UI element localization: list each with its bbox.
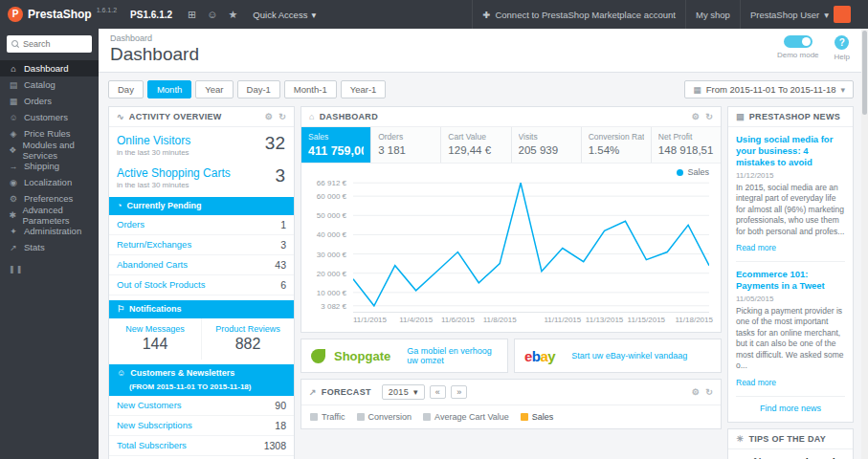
- my-shop-link[interactable]: My shop: [685, 0, 740, 29]
- user-menu[interactable]: PrestaShop User ▾: [740, 0, 860, 29]
- forecast-next-button[interactable]: »: [451, 385, 467, 399]
- customers-notifications-icon[interactable]: ☺: [207, 9, 217, 21]
- read-more-link[interactable]: Read more: [736, 378, 776, 387]
- page-title: Dashboard: [110, 44, 850, 65]
- activity-overview-panel: ∿ ACTIVITY OVERVIEW ⚙ ↻ Online Visitors …: [108, 106, 295, 459]
- refresh-icon[interactable]: ↻: [705, 387, 713, 397]
- sidebar-item-administration[interactable]: ✦ Administration: [0, 223, 99, 239]
- filter-year-1-button[interactable]: Year-1: [341, 80, 387, 98]
- orders-icon: ▦: [9, 97, 18, 106]
- online-visitors-stat[interactable]: Online Visitors 32 in the last 30 minute…: [109, 127, 294, 160]
- new-subscriptions-row[interactable]: New Subscriptions 18: [109, 416, 294, 436]
- messages-notifications-icon[interactable]: ★: [228, 9, 237, 21]
- read-more-link[interactable]: Read more: [736, 243, 776, 252]
- news-article-headline[interactable]: Ecommerce 101: Payments in a Tweet: [736, 269, 845, 292]
- filter-month-1-button[interactable]: Month-1: [284, 80, 337, 98]
- x-axis-tick: 11/6/2015: [441, 316, 475, 324]
- abandoned-carts-row[interactable]: Abandoned Carts 43: [109, 255, 294, 275]
- kpi-conversion-rate[interactable]: Conversion Rate 1.54%: [582, 127, 652, 163]
- ingenico-logo: ingenico PAYMENT SERVICES: [788, 456, 847, 459]
- chart-legend[interactable]: Sales: [677, 167, 709, 177]
- filter-day-button[interactable]: Day: [108, 80, 144, 98]
- sidebar-item-customers[interactable]: ☺ Customers: [0, 109, 99, 125]
- gear-icon[interactable]: ⚙: [265, 112, 273, 121]
- sidebar-item-stats[interactable]: ↗ Stats: [0, 239, 99, 255]
- forecast-legend-sales[interactable]: Sales: [521, 412, 554, 422]
- chevron-down-icon: ▾: [413, 387, 418, 397]
- filter-month-button[interactable]: Month: [147, 80, 191, 98]
- administration-icon: ✦: [9, 227, 18, 236]
- total-subscribers-row[interactable]: Total Subscribers 1308: [109, 436, 294, 456]
- forecast-icon: ↗: [309, 387, 317, 397]
- localization-icon: ◉: [9, 178, 18, 187]
- filter-year-button[interactable]: Year: [195, 80, 233, 98]
- shopgate-link[interactable]: Ga mobiel en verhoog uw omzet: [407, 346, 498, 365]
- scrollbar-thumb[interactable]: [862, 31, 867, 115]
- forecast-prev-button[interactable]: «: [430, 385, 446, 399]
- refresh-icon[interactable]: ↻: [705, 112, 713, 121]
- x-axis-tick: 11/4/2015: [399, 316, 433, 324]
- product-reviews-cell[interactable]: Product Reviews 882: [202, 318, 294, 360]
- kpi-net-profit[interactable]: Net Profit 148 918,51 €: [652, 127, 721, 163]
- kpi-visits[interactable]: Visits 205 939: [512, 127, 582, 163]
- filter-day-1-button[interactable]: Day-1: [237, 80, 280, 98]
- forecast-legend-average-cart-value[interactable]: Average Cart Value: [423, 412, 509, 422]
- scrollbar-track[interactable]: [861, 29, 868, 459]
- currently-pending-header: ◔ Currently Pending: [109, 197, 294, 215]
- sales-legend-swatch: [521, 413, 528, 421]
- cart-notifications-icon[interactable]: ⊞: [188, 9, 196, 21]
- bell-icon: ⚐: [117, 304, 124, 315]
- kpi-sales[interactable]: Sales 411 759,00 €: [301, 127, 371, 163]
- pending-orders-row[interactable]: Orders 1: [109, 215, 294, 235]
- forecast-year-select[interactable]: 2015 ▾: [382, 384, 425, 400]
- new-customers-row[interactable]: New Customers 90: [109, 396, 294, 416]
- x-axis-tick: 11/18/2015: [675, 316, 712, 324]
- sidebar-item-advanced-parameters[interactable]: ✱ Advanced Parameters: [0, 207, 99, 223]
- panel-title: DASHBOARD: [320, 112, 378, 121]
- pending-returns-row[interactable]: Return/Exchanges 3: [109, 235, 294, 255]
- sidebar-collapse[interactable]: ❚❚: [9, 265, 99, 273]
- sidebar-item-orders[interactable]: ▦ Orders: [0, 93, 99, 109]
- ebay-link[interactable]: Start uw eBay-winkel vandaag: [571, 351, 687, 361]
- sidebar-item-modules[interactable]: ❖ Modules and Services: [0, 142, 99, 158]
- sidebar-item-localization[interactable]: ◉ Localization: [0, 174, 99, 190]
- panel-title: TIPS OF THE DAY: [748, 434, 826, 444]
- x-axis-tick: 11/8/2015: [483, 316, 517, 324]
- panel-title: ACTIVITY OVERVIEW: [129, 112, 222, 121]
- online-visitors-value: 32: [265, 133, 285, 154]
- gear-icon[interactable]: ⚙: [692, 387, 700, 397]
- help-button[interactable]: ?: [835, 35, 849, 50]
- kpi-orders[interactable]: Orders 3 181: [371, 127, 441, 163]
- prestashop-logo[interactable]: P PrestaShop 1.6.1.2: [8, 5, 117, 24]
- date-range-picker[interactable]: ▦ From 2015-11-01 To 2015-11-18 ▾: [684, 80, 854, 98]
- kpi-cart-value[interactable]: Cart Value 129,44 €: [441, 127, 511, 163]
- modules-icon: ❖: [9, 145, 17, 155]
- news-article-headline[interactable]: Using social media for your business: 4 …: [736, 134, 845, 168]
- sidebar-item-shipping[interactable]: → Shipping: [0, 158, 99, 174]
- breadcrumb[interactable]: Dashboard: [110, 33, 850, 43]
- main-content: Dashboard Dashboard Demo mode ? Help Day…: [99, 29, 861, 459]
- refresh-icon[interactable]: ↻: [278, 112, 286, 121]
- active-carts-stat[interactable]: Active Shopping Carts 3 in the last 30 m…: [109, 160, 294, 192]
- kpi-strip: Sales 411 759,00 € Orders 3 181 Cart Val…: [301, 127, 721, 164]
- find-more-news-link[interactable]: Find more news: [736, 404, 845, 413]
- conversion-legend-swatch: [357, 413, 365, 421]
- panel-title: PRESTASHOP NEWS: [749, 112, 840, 121]
- forecast-legend-conversion[interactable]: Conversion: [357, 412, 412, 422]
- quick-access-menu[interactable]: Quick Access ▾: [253, 10, 316, 20]
- chevron-down-icon: ▾: [840, 85, 845, 95]
- marketplace-link[interactable]: ✚ Connect to PrestaShop Marketplace acco…: [472, 0, 685, 29]
- new-messages-cell[interactable]: New Messages 144: [109, 318, 202, 360]
- sidebar-item-catalog[interactable]: ▤ Catalog: [0, 76, 99, 93]
- demo-mode-toggle[interactable]: [784, 35, 812, 48]
- forecast-legend-traffic[interactable]: Traffic: [310, 412, 345, 422]
- search-input[interactable]: [23, 39, 87, 49]
- out-of-stock-row[interactable]: Out of Stock Products 6: [109, 275, 294, 295]
- shop-version-badge: PS1.6.1.2: [130, 10, 172, 20]
- sidebar-item-dashboard[interactable]: ⌂ Dashboard: [0, 60, 99, 76]
- gear-icon[interactable]: ⚙: [692, 112, 700, 121]
- sales-line-chart: [353, 177, 709, 312]
- tip-heading: Geef je Sales in het buitenland een Boos…: [736, 456, 782, 459]
- tips-of-the-day-panel: ☀ TIPS OF THE DAY Geef je Sales in het b…: [727, 428, 854, 459]
- prestashop-admin-dashboard: P PrestaShop 1.6.1.2 PS1.6.1.2 ⊞ ☺ ★ Qui…: [0, 0, 868, 459]
